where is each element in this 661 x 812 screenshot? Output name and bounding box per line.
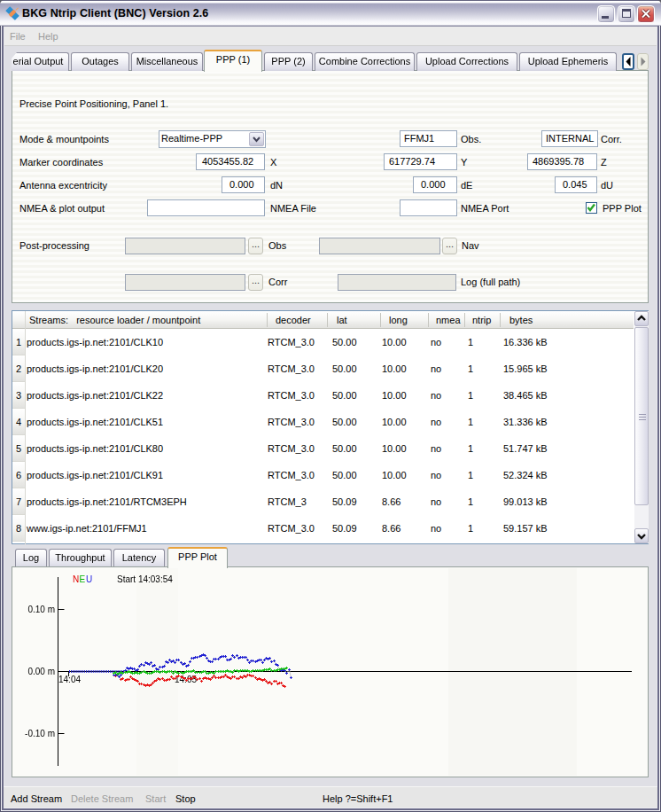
svg-text:-0.10 m: -0.10 m — [25, 729, 55, 738]
svg-text:14:04: 14:04 — [58, 675, 81, 684]
svg-text:N: N — [73, 574, 79, 584]
svg-text:U: U — [86, 574, 92, 584]
svg-text:E: E — [80, 574, 86, 584]
svg-text:Start 14:03:54: Start 14:03:54 — [117, 574, 173, 584]
svg-text:0.00 m: 0.00 m — [27, 667, 55, 676]
svg-text:0.10 m: 0.10 m — [27, 605, 55, 614]
